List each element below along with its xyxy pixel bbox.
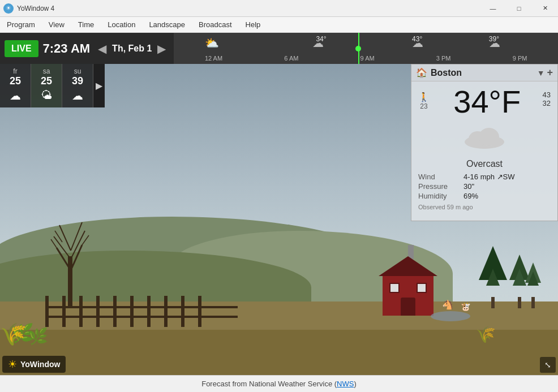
fence-rail-bottom — [45, 316, 238, 318]
svg-point-11 — [479, 128, 499, 146]
menu-time[interactable]: Time — [71, 18, 101, 31]
main-area: LIVE 7:23 AM ◀ Th, Feb 1 ▶ ⛅ ☁ ☁ ☁ 34° 4… — [0, 33, 558, 392]
timeline-labels: 12 AM 6 AM 9 AM 3 PM 9 PM — [174, 55, 558, 62]
timeline-scroll[interactable]: ⛅ ☁ ☁ ☁ 34° 43° 39° 12 AM 6 AM 9 AM 3 PM… — [174, 33, 558, 64]
weather-details: Wind 4-16 mph ↗SW Pressure 30" Humidity … — [418, 173, 551, 210]
day-fri-temp: 25 — [10, 75, 21, 87]
close-button[interactable]: ✕ — [532, 0, 558, 17]
fence-post — [113, 296, 117, 327]
animal-1: 🐴 — [442, 299, 453, 310]
lo-temp: 32 — [543, 99, 551, 107]
days-next-arrow[interactable]: ▶ — [93, 64, 105, 107]
window-controls: — □ ✕ — [480, 0, 558, 16]
weed-far-left: 🌾 — [0, 322, 27, 347]
day-fri[interactable]: fr 25 ☁ — [0, 64, 31, 107]
tl-cloud-0: ⛅ — [205, 36, 219, 50]
fence-post — [130, 296, 134, 327]
wind-value: 4-16 mph ↗SW — [463, 173, 514, 181]
current-date: Th, Feb 1 — [112, 44, 152, 54]
next-day-button[interactable]: ▶ — [154, 42, 169, 55]
tl-label-0: 12 AM — [205, 55, 222, 62]
tree-branches-svg — [48, 219, 93, 276]
fence-post — [79, 296, 83, 327]
fence-post — [45, 296, 49, 327]
tl-temp-1: 34° — [316, 35, 326, 43]
nws-link[interactable]: NWS — [337, 380, 354, 388]
weed-right: 🌾 — [476, 325, 496, 344]
day-fri-icon: ☁ — [10, 89, 21, 102]
humidity-value: 69% — [463, 192, 478, 200]
fence-post — [181, 296, 184, 327]
weather-panel-header: 🏠 Boston ▼ + — [411, 64, 557, 81]
menu-view[interactable]: View — [42, 18, 71, 31]
weather-top-row: 🚶 23 34°F 43 32 — [418, 86, 551, 118]
pressure-value: 30" — [463, 182, 474, 191]
menu-broadcast[interactable]: Broadcast — [192, 18, 239, 31]
fence-post — [164, 296, 168, 327]
weed-left2: 🌿 — [28, 327, 48, 346]
svg-line-5 — [71, 222, 82, 251]
yowindow-logo[interactable]: ☀ YoWindow — [2, 356, 66, 373]
cloud-svg — [462, 122, 507, 150]
live-button[interactable]: LIVE — [5, 40, 38, 57]
expand-button[interactable]: ⤡ — [540, 357, 556, 373]
wind-label: Wind — [418, 173, 463, 181]
day-sun-temp: 39 — [72, 75, 83, 87]
fence-post — [62, 296, 66, 327]
home-icon: 🏠 — [416, 67, 427, 78]
observed-time: Observed 59 m ago — [418, 204, 551, 210]
humidity-row: Humidity 69% — [418, 192, 551, 200]
landscape: 🌿 🌾 🌿 🌾 🐴 🐮 — [0, 245, 558, 375]
hi-temp: 43 — [543, 91, 551, 99]
prev-day-button[interactable]: ◀ — [95, 42, 110, 55]
tl-label-1: 6 AM — [284, 55, 298, 62]
tl-temp-3: 43° — [412, 35, 422, 43]
pond — [431, 311, 470, 321]
condition-text: Overcast — [418, 159, 551, 169]
tl-label-3: 3 PM — [436, 55, 451, 62]
fence-post — [147, 296, 151, 327]
weather-panel-add[interactable]: + — [547, 67, 553, 79]
svg-line-7 — [82, 235, 89, 245]
day-sat-temp: 25 — [41, 75, 52, 87]
hi-lo-display: 43 32 — [543, 91, 551, 107]
time-dot — [355, 46, 361, 51]
svg-line-6 — [51, 239, 57, 248]
fence-rail-top — [45, 306, 238, 308]
person-icon: 🚶 — [418, 92, 430, 102]
menu-program[interactable]: Program — [0, 18, 42, 31]
minimize-button[interactable]: — — [480, 0, 506, 17]
day-sun-name: su — [74, 67, 81, 75]
maximize-button[interactable]: □ — [506, 0, 532, 17]
app-icon: ☀ — [3, 3, 14, 14]
time-area: LIVE 7:23 AM ◀ Th, Feb 1 ▶ — [0, 33, 174, 64]
title-bar: ☀ YoWindow 4 — □ ✕ — [0, 0, 558, 17]
tl-label-2: 9 AM — [360, 55, 375, 62]
days-strip: fr 25 ☁ sa 25 🌤 su 39 ☁ ▶ — [0, 64, 105, 107]
day-sat[interactable]: sa 25 🌤 — [31, 64, 62, 107]
city-name: Boston — [431, 68, 537, 78]
pressure-label: Pressure — [418, 182, 463, 191]
expand-icon: ⤡ — [544, 360, 551, 369]
humidity-label: Humidity — [418, 192, 463, 200]
status-text-pre: Forecast from National Weather Service ( — [201, 380, 337, 388]
animal-2: 🐮 — [461, 302, 470, 311]
fence-post — [96, 296, 100, 327]
weather-panel-body: 🚶 23 34°F 43 32 Overcast Wind — [411, 81, 557, 215]
menu-help[interactable]: Help — [239, 18, 268, 31]
day-sun[interactable]: su 39 ☁ — [62, 64, 93, 107]
status-bar: Forecast from National Weather Service (… — [0, 375, 558, 392]
day-sat-name: sa — [43, 67, 50, 75]
evg-tree-2 — [479, 246, 507, 308]
menu-landscape[interactable]: Landscape — [142, 18, 192, 31]
menu-location[interactable]: Location — [101, 18, 142, 31]
weather-panel-dropdown[interactable]: ▼ — [537, 68, 545, 77]
tl-label-4: 9 PM — [513, 55, 527, 62]
menu-bar: Program View Time Location Landscape Bro… — [0, 17, 558, 33]
pressure-row: Pressure 30" — [418, 182, 551, 191]
barn-roof — [379, 256, 437, 276]
wind-row: Wind 4-16 mph ↗SW — [418, 173, 551, 181]
yw-sun-icon: ☀ — [8, 358, 17, 371]
temperature-display: 34°F — [432, 86, 543, 118]
condition-icon — [418, 122, 551, 157]
